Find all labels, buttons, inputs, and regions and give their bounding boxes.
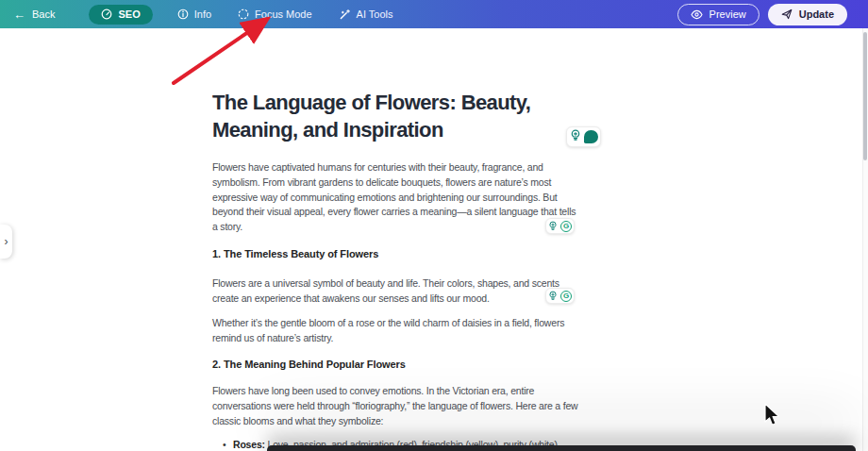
paragraph-3[interactable]: Whether it’s the gentle bloom of a rose … [212, 316, 665, 346]
suggestion-lightbulb-icon [548, 218, 558, 235]
bullet-dot: • [223, 437, 233, 451]
update-button-label: Update [799, 8, 834, 20]
suggestion-lightbulb-icon [570, 128, 581, 145]
editor-window: ← Back SEO Info Focus Mode [0, 0, 868, 451]
assistant-widget-title[interactable] [566, 126, 601, 147]
sidebar-expand-handle[interactable]: › [0, 225, 12, 259]
tab-focus-mode[interactable]: Focus Mode [236, 6, 314, 23]
comment-bubble-icon [584, 130, 598, 143]
tab-info[interactable]: Info [175, 6, 213, 23]
preview-button[interactable]: Preview [677, 4, 760, 25]
topbar-right-group: Preview Update [677, 4, 847, 25]
update-button[interactable]: Update [768, 4, 847, 25]
seo-gauge-icon [101, 8, 112, 20]
bullet-term: Roses: [233, 439, 265, 450]
assistant-widget-1[interactable]: G [545, 218, 575, 234]
grammarly-icon: G [560, 221, 572, 232]
section-heading-2[interactable]: 2. The Meaning Behind Popular Flowers [212, 359, 665, 370]
back-arrow-icon: ← [13, 8, 25, 21]
assistant-widget-2[interactable]: G [545, 288, 575, 304]
scrollbar-thumb[interactable] [863, 32, 867, 160]
section-heading-1[interactable]: 1. The Timeless Beauty of Flowers [212, 248, 665, 259]
paragraph-4[interactable]: Flowers have long been used to convey em… [212, 384, 665, 428]
grammarly-icon: G [560, 291, 572, 302]
paragraph-2[interactable]: Flowers are a universal symbol of beauty… [212, 276, 665, 307]
eye-icon [691, 9, 703, 20]
tab-seo[interactable]: SEO [89, 5, 152, 25]
scrollbar-track[interactable] [862, 28, 868, 451]
paragraph-intro[interactable]: Flowers have captivated humans for centu… [212, 160, 665, 235]
ai-wand-icon [339, 8, 351, 21]
editor-canvas[interactable]: The Language of Flowers: Beauty, Meaning… [0, 28, 868, 451]
preview-button-label: Preview [709, 8, 746, 20]
topbar-left-group: ← Back SEO Info Focus Mode [13, 5, 395, 25]
bottom-overlay-bar[interactable] [267, 445, 856, 451]
chevron-right-icon: › [5, 235, 8, 248]
focus-mode-icon [238, 8, 249, 20]
tab-ai-tools-label: AI Tools [357, 8, 393, 20]
tab-focus-mode-label: Focus Mode [255, 8, 312, 20]
suggestion-lightbulb-icon [548, 288, 558, 305]
send-icon [781, 8, 793, 20]
topbar: ← Back SEO Info Focus Mode [0, 0, 868, 28]
info-icon [177, 8, 189, 20]
back-button-label: Back [32, 8, 55, 20]
back-button[interactable]: ← Back [13, 8, 55, 21]
tab-info-label: Info [194, 8, 211, 20]
tab-ai-tools[interactable]: AI Tools [337, 6, 395, 24]
tab-seo-label: SEO [118, 8, 140, 20]
